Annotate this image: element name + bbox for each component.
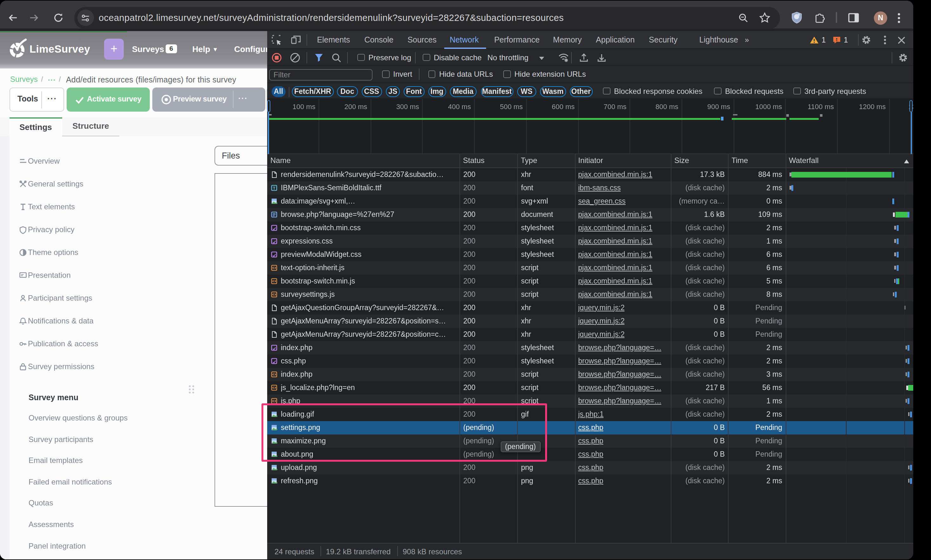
svg-text:T: T [273,186,275,190]
